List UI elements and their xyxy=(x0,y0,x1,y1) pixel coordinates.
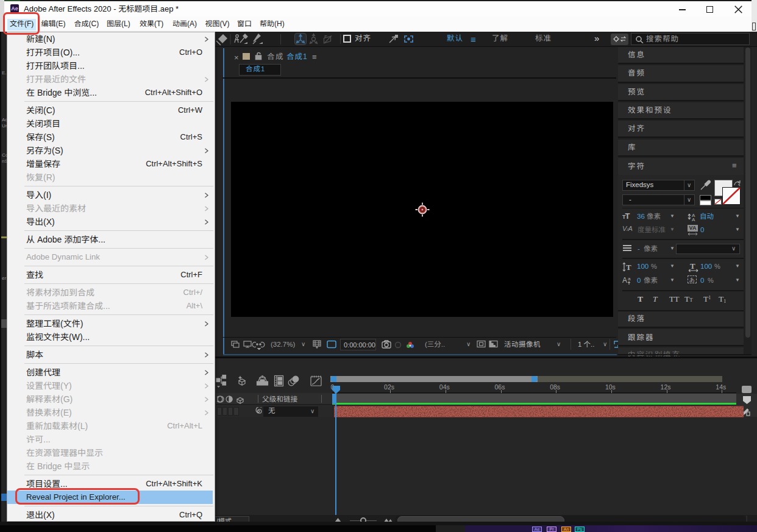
svg-text:T: T xyxy=(690,261,695,271)
svg-text:A: A xyxy=(692,217,695,222)
svg-text:a: a xyxy=(628,276,631,282)
svg-text:A: A xyxy=(622,276,627,285)
svg-text:T: T xyxy=(626,263,631,272)
